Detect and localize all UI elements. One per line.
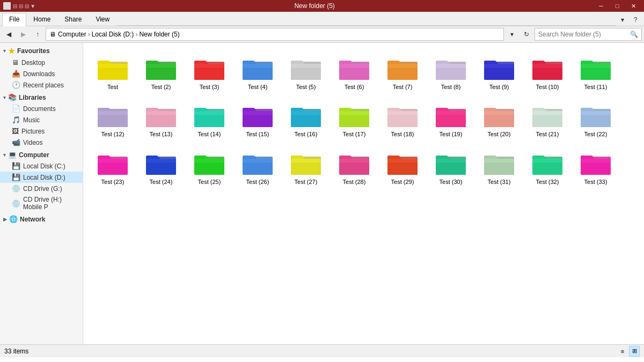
folder-item[interactable]: Test (15): [233, 95, 282, 143]
folder-item[interactable]: Test (29): [378, 143, 427, 190]
folder-item[interactable]: Test (20): [475, 95, 523, 143]
sidebar-item-cd-h[interactable]: 💿 CD Drive (H:) Mobile P: [0, 194, 83, 212]
close-button[interactable]: ✕: [626, 0, 641, 12]
folder-item[interactable]: Test (25): [185, 143, 233, 190]
folder-item[interactable]: Test (31): [475, 143, 523, 190]
svg-rect-52: [387, 111, 418, 115]
folder-item[interactable]: Test (16): [282, 95, 330, 143]
sidebar-item-downloads[interactable]: 📥 Downloads: [0, 68, 83, 79]
folder-item[interactable]: Test (5): [282, 48, 330, 95]
svg-rect-79: [291, 159, 321, 163]
folder-icon: [483, 53, 515, 81]
svg-rect-58: [484, 111, 514, 115]
sidebar-item-d-drive[interactable]: 💾 Local Disk (D:): [0, 172, 83, 183]
item-count: 33 items: [4, 348, 28, 355]
address-path[interactable]: 🖥 Computer › Local Disk (D:) › New folde…: [46, 28, 504, 41]
folder-item[interactable]: Test (23): [89, 143, 137, 190]
back-button[interactable]: ◀: [2, 28, 15, 41]
tab-file[interactable]: File: [2, 13, 26, 26]
view-icons-button[interactable]: ⊞: [629, 346, 640, 357]
folder-item[interactable]: Test: [89, 48, 137, 95]
sidebar-libraries-header[interactable]: ▾ 📚 Libraries: [0, 92, 83, 103]
sidebar-item-music[interactable]: 🎵 Music: [0, 114, 83, 125]
folder-icon: [531, 148, 564, 176]
folder-item[interactable]: Test (13): [137, 95, 185, 143]
folder-label: Test: [107, 83, 118, 91]
folder-item[interactable]: Test (2): [137, 48, 185, 95]
libraries-label: Libraries: [19, 94, 46, 101]
tab-view[interactable]: View: [89, 13, 116, 26]
search-input[interactable]: [538, 31, 630, 38]
sidebar-favourites-header[interactable]: ▾ ★ Favourites: [0, 45, 83, 57]
folder-item[interactable]: Test (24): [137, 143, 185, 190]
downloads-icon: 📥: [12, 70, 20, 78]
path-folder: New folder (5): [139, 31, 179, 38]
folder-item[interactable]: Test (26): [233, 143, 282, 190]
sidebar-item-documents[interactable]: 📄 Documents: [0, 103, 83, 114]
folder-item[interactable]: Test (17): [330, 95, 378, 143]
svg-rect-85: [387, 159, 418, 163]
sidebar-item-desktop[interactable]: 🖥 Desktop: [0, 57, 83, 68]
folder-icon: [338, 148, 370, 176]
folder-label: Test (18): [391, 130, 414, 138]
minimize-button[interactable]: ─: [594, 0, 609, 12]
folder-label: Test (16): [295, 130, 318, 138]
sidebar-item-recent[interactable]: 🕐 Recent places: [0, 79, 83, 91]
svg-rect-70: [146, 159, 176, 163]
folder-item[interactable]: Test (6): [330, 48, 378, 95]
svg-rect-76: [243, 159, 273, 163]
svg-rect-22: [436, 64, 466, 68]
sidebar-computer-header[interactable]: ▾ 💻 Computer: [0, 149, 83, 160]
folder-item[interactable]: Test (3): [185, 48, 233, 95]
folder-item[interactable]: Test (14): [185, 95, 233, 143]
title-bar-left: ⊟ ⊟ ⊟ ▼: [3, 2, 35, 10]
disk-d-label: Local Disk (D:): [23, 174, 65, 181]
folder-item[interactable]: Test (7): [378, 48, 427, 95]
path-sep2: ›: [135, 31, 137, 38]
tab-share[interactable]: Share: [57, 13, 89, 26]
svg-rect-40: [194, 111, 224, 115]
folder-item[interactable]: Test (18): [378, 95, 427, 143]
disk-c-icon: 💾: [12, 162, 20, 170]
music-icon: 🎵: [12, 116, 20, 124]
folder-item[interactable]: Test (4): [233, 48, 282, 95]
sidebar-network-header[interactable]: ▶ 🌐 Network: [0, 213, 83, 225]
pictures-icon: 🖼: [12, 127, 19, 135]
folder-item[interactable]: Test (9): [475, 48, 523, 95]
sidebar-item-pictures[interactable]: 🖼 Pictures: [0, 125, 83, 137]
folder-icon: [483, 100, 515, 128]
folder-item[interactable]: Test (8): [427, 48, 475, 95]
path-dropdown[interactable]: ▾: [506, 28, 518, 41]
refresh-button[interactable]: ↻: [520, 28, 533, 41]
folder-icon: [386, 100, 419, 128]
folder-item[interactable]: Test (19): [427, 95, 475, 143]
folder-item[interactable]: Test (32): [523, 143, 572, 190]
folder-item[interactable]: Test (11): [572, 48, 620, 95]
up-button[interactable]: ↑: [31, 28, 44, 41]
folder-item[interactable]: Test (21): [523, 95, 572, 143]
folder-item[interactable]: Test (28): [330, 143, 378, 190]
disk-c-label: Local Disk (C:): [23, 162, 65, 170]
folder-item[interactable]: Test (30): [427, 143, 475, 190]
view-details-button[interactable]: ≡: [617, 346, 628, 357]
svg-rect-64: [581, 111, 611, 115]
folder-label: Test (13): [150, 130, 173, 138]
folder-icon: [290, 100, 322, 128]
sidebar-item-videos[interactable]: 📹 Videos: [0, 137, 83, 148]
folder-item[interactable]: Test (12): [89, 95, 137, 143]
folder-item[interactable]: Test (22): [572, 95, 620, 143]
folder-item[interactable]: Test (27): [282, 143, 330, 190]
maximize-button[interactable]: □: [610, 0, 625, 12]
sidebar-item-cd-g[interactable]: 💿 CD Drive (G:): [0, 183, 83, 194]
search-box[interactable]: 🔍: [535, 28, 642, 41]
help-button[interactable]: ?: [629, 13, 642, 26]
folder-icon: [580, 148, 612, 176]
ribbon-tabs: File Home Share View ▾ ?: [0, 12, 644, 26]
ribbon-toggle[interactable]: ▾: [616, 13, 629, 26]
svg-rect-82: [339, 159, 369, 163]
tab-home[interactable]: Home: [26, 13, 57, 26]
folder-item[interactable]: Test (10): [523, 48, 572, 95]
folder-item[interactable]: Test (33): [572, 143, 620, 190]
forward-button[interactable]: ▶: [17, 28, 30, 41]
sidebar-item-c-drive[interactable]: 💾 Local Disk (C:): [0, 160, 83, 172]
